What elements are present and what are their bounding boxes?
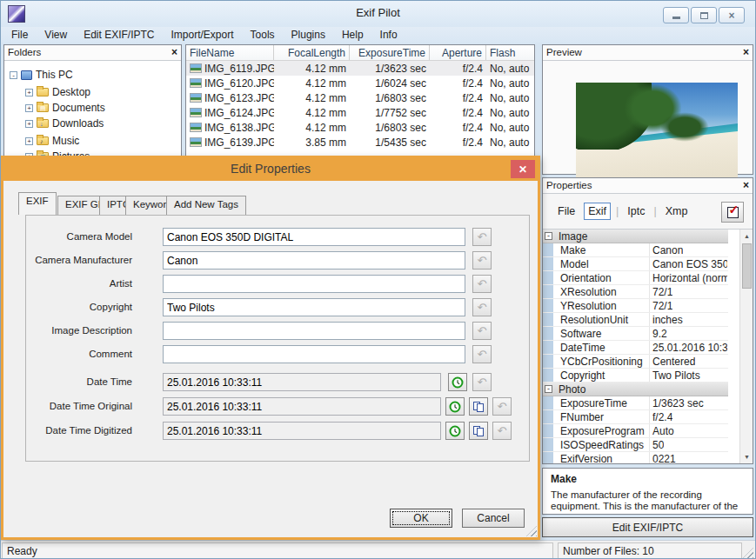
undo-button[interactable]: ↶ bbox=[472, 322, 492, 340]
tree-item-music[interactable]: + ♪ Music bbox=[25, 134, 79, 148]
expand-icon[interactable]: + bbox=[25, 120, 33, 128]
scroll-up-icon[interactable]: ▲ bbox=[740, 230, 753, 243]
menu-help[interactable]: Help bbox=[342, 29, 364, 41]
undo-button[interactable]: ↶ bbox=[472, 228, 492, 246]
scroll-down-icon[interactable]: ▼ bbox=[740, 450, 753, 463]
comment-input[interactable] bbox=[163, 345, 465, 363]
cancel-button[interactable]: Cancel bbox=[462, 509, 525, 528]
menu-tools[interactable]: Tools bbox=[251, 29, 275, 41]
clock-button[interactable] bbox=[445, 397, 465, 416]
property-row[interactable]: CopyrightTwo Pilots bbox=[543, 369, 728, 383]
dialog-tab-add-new-tags[interactable]: Add New Tags bbox=[166, 196, 246, 215]
date-time-input[interactable] bbox=[163, 373, 441, 391]
folders-close-icon[interactable]: × bbox=[171, 46, 177, 58]
menu-plugins[interactable]: Plugins bbox=[291, 29, 325, 41]
dialog-title-bar[interactable]: Edit Properties ✕ bbox=[3, 158, 538, 181]
date-time-original-input[interactable] bbox=[163, 397, 441, 416]
undo-button[interactable]: ↶ bbox=[472, 251, 492, 270]
file-row[interactable]: IMG_6124.JPG 4.12 mm 1/7752 sec f/2.4 No… bbox=[186, 105, 534, 120]
maximize-button[interactable] bbox=[691, 7, 717, 23]
property-row[interactable]: DateTime25.01.2016 10:3... bbox=[543, 341, 728, 355]
file-row[interactable]: IMG_6120.JPG 4.12 mm 1/6024 sec f/2.4 No… bbox=[186, 76, 534, 90]
menu-file[interactable]: File bbox=[11, 29, 28, 41]
tab-iptc[interactable]: Iptc bbox=[624, 203, 648, 219]
tab-xmp[interactable]: Xmp bbox=[662, 203, 692, 219]
scrollbar-thumb[interactable] bbox=[742, 243, 752, 289]
edit-exif-iptc-button[interactable]: Edit EXIF/IPTC bbox=[542, 517, 753, 537]
image-description-input[interactable] bbox=[163, 322, 465, 340]
undo-button[interactable]: ↶ bbox=[492, 422, 512, 440]
copyright-input[interactable] bbox=[163, 298, 465, 316]
camera-model-input[interactable] bbox=[163, 228, 465, 246]
column-header-filename[interactable]: FileName bbox=[186, 45, 274, 60]
properties-scrollbar[interactable]: ▲ ▼ bbox=[739, 230, 753, 463]
property-row[interactable]: YResolution72/1 bbox=[543, 299, 728, 313]
property-row[interactable]: ExposureProgramAuto bbox=[543, 424, 728, 438]
file-row[interactable]: IMG_6138.JPG 4.12 mm 1/6803 sec f/2.4 No… bbox=[186, 120, 534, 135]
file-row[interactable]: IMG_6139.JPG 3.85 mm 1/5435 sec f/2.4 No… bbox=[186, 135, 534, 150]
ok-button[interactable]: OK bbox=[390, 509, 452, 528]
collapse-icon[interactable]: - bbox=[545, 232, 552, 240]
undo-button[interactable]: ↶ bbox=[472, 275, 492, 293]
field-label: Copyright bbox=[30, 302, 132, 312]
edit-exif-iptc-button-label: Edit EXIF/IPTC bbox=[612, 522, 683, 534]
property-row[interactable]: ExifVersion0221 bbox=[543, 452, 728, 463]
resize-grip[interactable] bbox=[743, 548, 753, 558]
property-row[interactable]: XResolution72/1 bbox=[543, 285, 728, 299]
column-header-aperture[interactable]: Aperture bbox=[430, 45, 486, 60]
tree-item-downloads[interactable]: + ↓ Downloads bbox=[25, 116, 104, 130]
property-row[interactable]: ISOSpeedRatings50 bbox=[543, 438, 728, 452]
property-group[interactable]: -Photo bbox=[543, 383, 728, 396]
file-row[interactable]: IMG_6123.JPG 4.12 mm 1/6803 sec f/2.4 No… bbox=[186, 90, 534, 105]
undo-button[interactable]: ↶ bbox=[472, 373, 492, 391]
collapse-icon[interactable]: - bbox=[10, 71, 17, 79]
column-header-focallength[interactable]: FocalLength bbox=[274, 45, 350, 60]
menu-info[interactable]: Info bbox=[380, 29, 398, 41]
properties-close-icon[interactable]: × bbox=[743, 179, 749, 191]
property-row[interactable]: OrientationHorizontal (normal) bbox=[543, 271, 728, 285]
date-time-digitized-input[interactable] bbox=[163, 422, 441, 440]
tree-item-this-pc[interactable]: - This PC bbox=[10, 68, 73, 82]
column-header-flash[interactable]: Flash bbox=[486, 45, 534, 60]
expand-icon[interactable]: + bbox=[25, 137, 33, 145]
minimize-button[interactable] bbox=[663, 7, 689, 23]
expand-icon[interactable]: + bbox=[25, 104, 33, 112]
property-row[interactable]: FNumberf/2.4 bbox=[543, 410, 728, 424]
undo-icon: ↶ bbox=[478, 325, 487, 336]
collapse-icon[interactable]: - bbox=[545, 385, 552, 393]
undo-button[interactable]: ↶ bbox=[472, 345, 492, 363]
undo-button[interactable]: ↶ bbox=[492, 397, 512, 416]
menu-import-export[interactable]: Import/Export bbox=[171, 29, 234, 41]
property-row[interactable]: ResolutionUnitinches bbox=[543, 313, 728, 327]
property-group[interactable]: -Image bbox=[543, 230, 728, 243]
edit-properties-button[interactable]: ✓ bbox=[721, 202, 744, 223]
clock-button[interactable] bbox=[445, 422, 465, 440]
artist-input[interactable] bbox=[163, 275, 465, 293]
tree-item-desktop[interactable]: + Desktop bbox=[25, 85, 90, 99]
property-row[interactable]: Software9.2 bbox=[543, 327, 728, 341]
file-row[interactable]: IMG_6119.JPG 4.12 mm 1/3623 sec f/2.4 No… bbox=[186, 61, 534, 76]
image-thumbnail-icon bbox=[190, 137, 202, 147]
undo-button[interactable]: ↶ bbox=[472, 298, 492, 316]
menu-view[interactable]: View bbox=[44, 29, 67, 41]
tab-file[interactable]: File bbox=[554, 203, 579, 219]
property-row[interactable]: YCbCrPositioningCentered bbox=[543, 355, 728, 369]
dialog-close-button[interactable]: ✕ bbox=[511, 160, 535, 178]
copy-button[interactable] bbox=[469, 397, 488, 416]
column-header-exposuretime[interactable]: ExposureTime bbox=[350, 45, 430, 60]
copy-button[interactable] bbox=[469, 422, 488, 440]
dialog-tab-exif[interactable]: EXIF bbox=[18, 192, 57, 215]
dialog-resize-grip[interactable] bbox=[526, 526, 537, 536]
tree-item-documents[interactable]: + ▤ Documents bbox=[25, 101, 105, 115]
clock-button[interactable] bbox=[448, 373, 467, 391]
tab-exif[interactable]: Exif bbox=[584, 203, 611, 220]
close-button[interactable]: × bbox=[719, 7, 745, 23]
camera-manufacturer-input[interactable] bbox=[163, 251, 465, 270]
preview-close-icon[interactable]: × bbox=[743, 46, 749, 58]
expand-icon[interactable]: + bbox=[25, 89, 33, 96]
property-row[interactable]: MakeCanon bbox=[543, 243, 728, 257]
form-row: Artist ↶ bbox=[26, 275, 529, 294]
property-row[interactable]: ExposureTime1/3623 sec bbox=[543, 396, 728, 410]
menu-edit-exif-iptc[interactable]: Edit EXIF/IPTC bbox=[84, 29, 154, 41]
property-row[interactable]: ModelCanon EOS 350... bbox=[543, 257, 728, 271]
